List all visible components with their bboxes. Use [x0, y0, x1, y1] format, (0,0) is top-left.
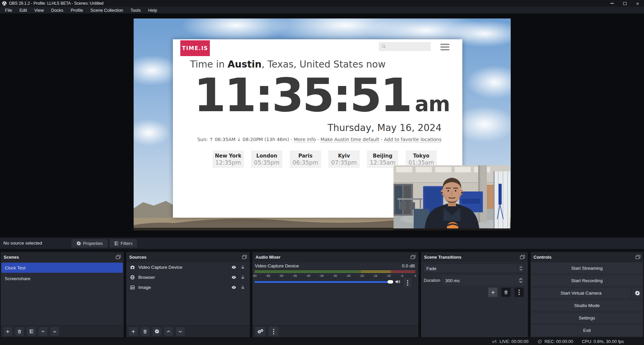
menu-item-edit[interactable]: Edit	[16, 8, 31, 13]
duration-input[interactable]: 300 ms	[442, 275, 524, 286]
start-recording-button[interactable]: Start Recording	[531, 275, 643, 286]
scene-item-screenshare[interactable]: Screenshare	[1, 273, 123, 284]
lock-open-icon[interactable]	[241, 265, 245, 270]
add-transition-button[interactable]	[488, 288, 498, 297]
advanced-audio-button[interactable]	[255, 327, 265, 336]
properties-button[interactable]: Properties	[72, 239, 108, 248]
source-item-browser[interactable]: Browser	[126, 272, 250, 282]
menu-item-docks[interactable]: Docks	[47, 8, 67, 13]
move-source-down-button[interactable]	[176, 327, 185, 336]
camera-icon	[130, 265, 135, 270]
kebab-icon	[518, 290, 520, 295]
sources-panel: Sources Video Capture Device Browser Ima…	[126, 252, 250, 337]
arrow-down-icon	[178, 329, 183, 334]
popout-icon[interactable]	[116, 255, 121, 259]
filters-icon	[29, 329, 34, 334]
meter-scale: -60 -55 -50 -45 -40 -35 -30 -25 -20 -15 …	[255, 274, 415, 278]
exit-button[interactable]: Exit	[531, 325, 643, 336]
gear-icon	[635, 291, 640, 296]
trash-icon	[504, 290, 508, 295]
status-bar: LIVE: 00:00:00 REC: 00:00:00 CPU: 0.6%, …	[0, 338, 644, 345]
plus-icon	[491, 290, 496, 295]
add-scene-button[interactable]	[3, 327, 12, 336]
popout-icon[interactable]	[411, 255, 415, 259]
speaker-icon[interactable]	[395, 279, 401, 285]
eye-icon[interactable]	[231, 285, 237, 290]
gear-icon	[155, 329, 159, 334]
cloud	[134, 119, 171, 146]
kebab-icon	[273, 329, 274, 334]
source-status-label: No source selected	[3, 241, 42, 246]
timeis-time: 11:35:51	[194, 68, 411, 122]
spinner-icon	[517, 264, 524, 273]
trash-icon	[143, 329, 147, 334]
spinner-icon[interactable]	[517, 278, 524, 283]
source-item-image[interactable]: Image	[126, 282, 250, 292]
plus-icon	[5, 329, 10, 334]
mixer-channel-menu-button[interactable]	[404, 278, 411, 288]
controls-panel: Controls Start Streaming Start Recording…	[531, 252, 643, 337]
menu-item-profile[interactable]: Profile	[67, 8, 87, 13]
scene-item-clock-test[interactable]: Clock Test	[1, 263, 123, 273]
source-item-video-capture[interactable]: Video Capture Device	[126, 262, 250, 272]
controls-panel-header: Controls	[531, 252, 643, 262]
trash-icon	[17, 329, 22, 334]
mixer-menu-button[interactable]	[269, 327, 279, 336]
popout-icon[interactable]	[636, 255, 640, 259]
eye-icon[interactable]	[231, 265, 237, 270]
menu-item-help[interactable]: Help	[144, 8, 161, 13]
menu-item-file[interactable]: File	[1, 8, 16, 13]
remove-transition-button[interactable]	[501, 288, 511, 297]
volume-slider-handle[interactable]	[387, 280, 393, 284]
scene-filters-button[interactable]	[27, 327, 36, 336]
start-streaming-button[interactable]: Start Streaming	[531, 263, 643, 273]
cloud	[466, 66, 511, 99]
add-favorite-link: Add to favorite locations	[384, 137, 442, 142]
move-scene-up-button[interactable]	[39, 327, 47, 336]
webcam-overlay	[394, 165, 510, 230]
volume-slider[interactable]	[255, 281, 393, 283]
menu-item-scene-collection[interactable]: Scene Collection	[87, 8, 127, 13]
timeis-logo: TIME.IS	[180, 40, 210, 56]
start-virtual-camera-button[interactable]: Start Virtual Camera	[531, 288, 631, 298]
advanced-audio-icon	[258, 329, 263, 334]
volume-meter	[255, 272, 415, 273]
close-button[interactable]: ×	[631, 0, 644, 7]
record-off-icon	[537, 339, 542, 344]
transition-select[interactable]: Fade	[423, 264, 524, 273]
window-title: OBS 29.1.2 - Profile: LLHLS BETA - Scene…	[9, 1, 103, 6]
move-scene-down-button[interactable]	[50, 327, 59, 336]
source-properties-button[interactable]	[152, 327, 161, 336]
settings-button[interactable]: Settings	[531, 313, 643, 323]
lock-open-icon[interactable]	[241, 275, 245, 280]
rec-status: REC: 00:00:00	[537, 339, 573, 344]
close-icon: ×	[636, 1, 639, 6]
sources-panel-header: Sources	[126, 252, 250, 262]
city-box: Paris06:35pm	[290, 150, 321, 168]
popout-icon[interactable]	[242, 255, 247, 259]
remove-source-button[interactable]	[141, 327, 149, 336]
mixer-toolbar	[252, 325, 418, 337]
timeis-sun-line: Sun: ↑ 06:35AM ↓ 08:20PM (13h 46m) - Mor…	[197, 137, 442, 142]
scenes-panel-header: Scenes	[1, 252, 124, 262]
add-source-button[interactable]	[129, 327, 138, 336]
menu-item-view[interactable]: View	[31, 8, 47, 13]
broadcast-off-icon	[492, 339, 497, 344]
minimize-button[interactable]	[606, 0, 618, 7]
lock-open-icon[interactable]	[241, 285, 245, 290]
preview-canvas[interactable]: TIME.IS Time in Austin, Texas, United St…	[134, 18, 511, 230]
menu-item-tools[interactable]: Tools	[127, 8, 144, 13]
popout-icon[interactable]	[520, 255, 525, 259]
virtual-camera-settings-button[interactable]	[632, 288, 643, 298]
transition-menu-button[interactable]	[514, 288, 524, 297]
eye-icon[interactable]	[231, 275, 237, 280]
filters-button[interactable]: Filters	[110, 239, 137, 248]
studio-mode-button[interactable]: Studio Mode	[531, 300, 643, 311]
remove-scene-button[interactable]	[15, 327, 24, 336]
live-status: LIVE: 00:00:00	[492, 339, 528, 344]
move-source-up-button[interactable]	[164, 327, 173, 336]
timeis-meridiem: am	[415, 92, 450, 116]
restore-icon	[623, 2, 627, 5]
restore-button[interactable]	[618, 0, 631, 7]
source-select-toolbar: No source selected Properties Filters	[0, 238, 644, 249]
